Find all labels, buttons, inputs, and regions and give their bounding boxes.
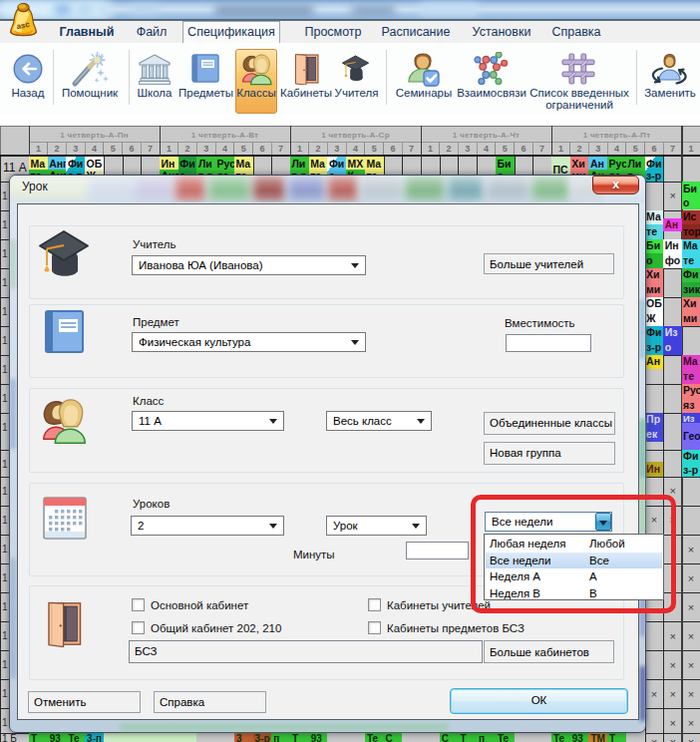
svg-text:ОБ: ОБ (646, 297, 662, 309)
svg-text:о: о (646, 254, 652, 266)
svg-text:Ма: Ма (235, 158, 250, 170)
svg-text:5: 5 (241, 144, 246, 154)
svg-text:Фи: Фи (646, 158, 661, 170)
svg-text:те: те (683, 254, 694, 266)
svg-text:Фи: Фи (179, 158, 194, 170)
svg-text:Фи: Фи (329, 158, 344, 170)
svg-text:1 четверть-А-Чт: 1 четверть-А-Чт (453, 131, 521, 140)
svg-text:6: 6 (259, 144, 264, 154)
svg-text:ОБ: ОБ (87, 158, 103, 170)
svg-text:С: С (386, 733, 393, 742)
svg-text:6: 6 (390, 144, 395, 154)
svg-text:7: 7 (148, 144, 153, 154)
svg-text:×: × (688, 717, 694, 729)
svg-text:Ма: Ма (310, 158, 325, 170)
svg-text:6: 6 (129, 144, 134, 154)
svg-text:1: 1 (2, 459, 8, 470)
svg-text:ми: ми (646, 283, 660, 295)
svg-text:6: 6 (651, 144, 656, 154)
svg-text:Ан: Ан (646, 355, 660, 367)
svg-text:2: 2 (185, 144, 190, 154)
svg-text:1 четверть-А-Ср: 1 четверть-А-Ср (321, 131, 390, 140)
svg-text:×: × (688, 659, 694, 671)
svg-text:Ин: Ин (646, 463, 660, 475)
svg-text:Хи: Хи (571, 158, 584, 170)
svg-text:з-р: з-р (646, 341, 661, 353)
svg-text:1: 1 (167, 144, 172, 154)
svg-text:зик: зик (683, 283, 700, 295)
svg-text:×: × (669, 717, 675, 729)
svg-text:1: 1 (2, 248, 8, 259)
svg-text:×: × (669, 688, 675, 700)
svg-text:2: 2 (447, 144, 452, 154)
svg-text:Ма: Ма (366, 158, 381, 170)
svg-text:Т: Т (609, 733, 615, 742)
svg-text:Те: Те (367, 733, 379, 742)
svg-text:Фи: Фи (68, 158, 83, 170)
svg-text:93: 93 (50, 733, 62, 742)
svg-text:МХ: МХ (348, 158, 364, 170)
svg-text:1: 1 (2, 572, 8, 583)
svg-text:Ан: Ан (590, 158, 604, 170)
svg-text:Фи: Фи (646, 326, 661, 338)
svg-text:те: те (646, 225, 657, 237)
svg-text:5: 5 (633, 144, 638, 154)
svg-text:×: × (651, 736, 657, 742)
svg-text:Фи: Фи (683, 268, 698, 280)
svg-text:93: 93 (311, 733, 323, 742)
svg-text:3: 3 (595, 144, 600, 154)
svg-text:Фи: Фи (683, 450, 698, 462)
svg-text:Рус: Рус (683, 384, 700, 396)
svg-text:ТМ: ТМ (590, 733, 604, 742)
svg-text:яз: яз (683, 399, 694, 411)
svg-text:Ж: Ж (645, 312, 656, 324)
svg-text:1: 1 (2, 393, 8, 404)
svg-text:5: 5 (503, 144, 508, 154)
svg-text:1 четверть-А-Пт: 1 четверть-А-Пт (583, 131, 651, 140)
svg-text:з-р: з-р (646, 170, 661, 182)
svg-text:Те: Те (68, 733, 80, 742)
svg-text:1: 1 (2, 486, 8, 497)
svg-text:×: × (669, 630, 675, 642)
svg-text:ек: ек (646, 428, 658, 440)
svg-text:3: 3 (73, 144, 78, 154)
svg-text:6: 6 (521, 144, 525, 154)
svg-text:4: 4 (353, 144, 358, 154)
svg-text:1: 1 (2, 190, 8, 201)
svg-text:Ма: Ма (646, 210, 661, 222)
svg-text:3-п: 3-п (87, 733, 102, 742)
svg-text:5: 5 (372, 144, 377, 154)
svg-text:Из: Из (665, 326, 678, 338)
svg-text:×: × (669, 736, 675, 742)
svg-text:1: 1 (558, 144, 563, 154)
svg-text:Т: Т (460, 733, 466, 742)
svg-text:1: 1 (688, 144, 693, 154)
svg-text:1: 1 (2, 659, 8, 670)
svg-text:3: 3 (334, 144, 339, 154)
svg-text:1: 1 (2, 219, 8, 230)
svg-text:1: 1 (2, 717, 8, 728)
svg-text:4: 4 (484, 144, 489, 154)
svg-text:Рус: Рус (609, 158, 628, 170)
svg-text:Ин: Ин (162, 158, 175, 170)
svg-text:фо: фо (665, 254, 680, 266)
svg-text:3-р: 3-р (255, 733, 270, 742)
svg-text:3: 3 (203, 144, 208, 154)
svg-text:1: 1 (2, 277, 8, 288)
svg-text:Ма: Ма (31, 158, 46, 170)
svg-text:×: × (669, 189, 675, 201)
svg-text:11 А: 11 А (3, 161, 27, 175)
svg-text:Гео: Гео (683, 430, 700, 442)
svg-text:Би: Би (646, 239, 660, 251)
svg-text:п: п (479, 733, 485, 742)
svg-text:Ин: Ин (665, 239, 679, 251)
svg-text:1 четверть-А-Вт: 1 четверть-А-Вт (191, 131, 259, 140)
svg-text:з-р: з-р (683, 464, 698, 476)
svg-text:2: 2 (316, 144, 321, 154)
svg-text:о: о (683, 196, 689, 208)
svg-text:3: 3 (465, 144, 470, 154)
svg-text:Ан: Ан (665, 219, 678, 230)
svg-text:Т: Т (31, 733, 37, 742)
svg-text:Анг: Анг (49, 158, 68, 170)
svg-text:Ма: Ма (683, 355, 698, 367)
